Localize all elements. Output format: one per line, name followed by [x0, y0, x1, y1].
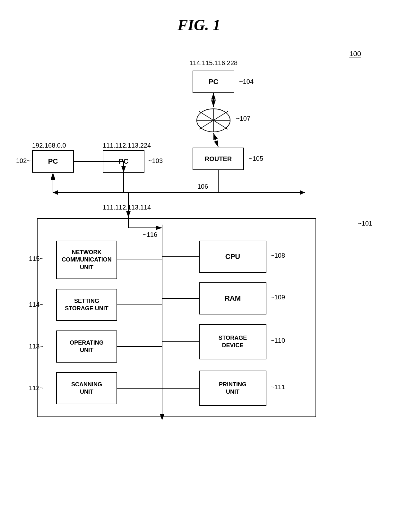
ref-112: 112~ — [29, 384, 43, 392]
print-label: PRINTINGUNIT — [219, 381, 247, 396]
svg-marker-12 — [300, 190, 305, 195]
ip-device: 111.112.113.114 — [103, 204, 151, 211]
cpu-box: CPU — [199, 241, 266, 273]
pc-103-label: PC — [119, 157, 129, 166]
ncu-label: NETWORKCOMMUNICATIONUNIT — [62, 249, 112, 271]
ip-104: 114.115.116.228 — [189, 59, 238, 67]
storage-box: STORAGEDEVICE — [199, 324, 266, 359]
pc-104-label: PC — [209, 78, 219, 86]
pc-102-box: PC — [32, 150, 74, 173]
ref-111: ~111 — [271, 383, 285, 391]
ref-103: ~103 — [148, 157, 163, 165]
cpu-label: CPU — [225, 253, 240, 261]
ip-103: 111.112.113.224 — [103, 142, 151, 149]
ref-108: ~108 — [271, 252, 285, 259]
ref-114: 114~ — [29, 301, 43, 308]
op-box: OPERATINGUNIT — [56, 330, 117, 363]
pc-102-label: PC — [48, 157, 58, 166]
ram-box: RAM — [199, 282, 266, 314]
svg-marker-11 — [53, 190, 58, 195]
ref-102: 102~ — [16, 157, 30, 165]
ref-106: 106 — [197, 183, 208, 190]
internet-cloud-107 — [196, 107, 231, 133]
ref-105: ~105 — [249, 155, 263, 162]
ip-102: 192.168.0.0 — [32, 142, 66, 149]
router-label: ROUTER — [205, 155, 232, 163]
ref-110: ~110 — [271, 337, 285, 344]
pc-104-box: PC — [193, 71, 234, 93]
ram-label: RAM — [225, 294, 241, 303]
op-label: OPERATINGUNIT — [70, 339, 104, 354]
ref-104: ~104 — [239, 78, 254, 85]
storage-label: STORAGEDEVICE — [219, 334, 247, 349]
scan-box: SCANNINGUNIT — [56, 372, 117, 404]
ref-100: 100 — [349, 50, 361, 58]
svg-line-8 — [213, 133, 218, 147]
ref-116: ~116 — [143, 231, 157, 238]
page-title: FIG. 1 — [177, 16, 220, 34]
pc-103-box: PC — [103, 150, 144, 173]
ncu-box: NETWORKCOMMUNICATIONUNIT — [56, 241, 117, 279]
ssu-box: SETTINGSTORAGE UNIT — [56, 289, 117, 321]
ssu-label: SETTINGSTORAGE UNIT — [65, 297, 108, 313]
print-box: PRINTINGUNIT — [199, 371, 266, 406]
ref-113: 113~ — [29, 343, 43, 350]
router-box: ROUTER — [193, 148, 244, 170]
ref-101: ~101 — [358, 220, 372, 227]
ref-107: ~107 — [236, 115, 250, 122]
scan-label: SCANNINGUNIT — [71, 381, 102, 396]
ref-115: 115~ — [29, 255, 43, 262]
ref-109: ~109 — [271, 294, 285, 301]
